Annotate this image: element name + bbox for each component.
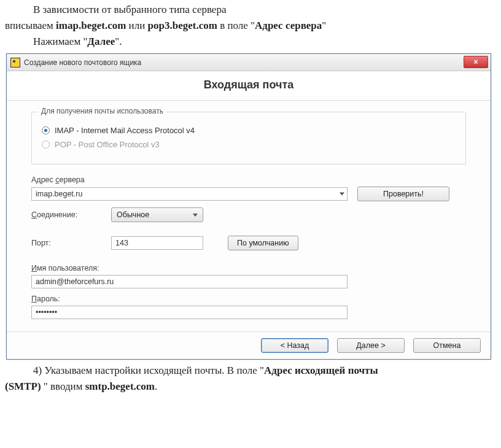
- username-label: Имя пользователя:: [31, 264, 466, 272]
- connection-label: Соединение:: [31, 210, 111, 219]
- radio-imap[interactable]: IMAP - Internet Mail Access Protocol v4: [42, 126, 456, 135]
- chevron-down-icon: [340, 193, 344, 196]
- port-row: Порт: 143 По умолчанию: [31, 236, 466, 250]
- next-button[interactable]: Далее >: [337, 338, 405, 353]
- radio-pop-label: POP - Post Office Protocol v3: [55, 140, 160, 149]
- protocol-fieldset: Для получения почты использовать IMAP - …: [31, 112, 466, 164]
- default-port-button[interactable]: По умолчанию: [228, 236, 298, 250]
- page-header: Входящая почта: [7, 71, 491, 101]
- doc-line1: В зависимости от выбранного типа сервера: [33, 4, 226, 15]
- password-label: Пароль:: [31, 295, 466, 303]
- close-button[interactable]: ×: [464, 56, 488, 68]
- radio-pop[interactable]: POP - Post Office Protocol v3: [42, 140, 456, 149]
- form-area: Для получения почты использовать IMAP - …: [7, 101, 491, 331]
- page-title: Входящая почта: [7, 79, 491, 91]
- chevron-down-icon: [193, 214, 198, 217]
- radio-pop-icon: [42, 141, 50, 149]
- doc-instructions-below: 4) Указываем настройки исходящей почты. …: [0, 363, 501, 394]
- port-label: Порт:: [31, 239, 111, 247]
- back-button[interactable]: < Назад: [261, 338, 328, 353]
- radio-imap-icon: [42, 126, 50, 134]
- username-block: Имя пользователя: admin@theforcefurs.ru: [31, 264, 466, 288]
- connection-value: Обычное: [117, 210, 149, 219]
- password-block: Пароль: ••••••••: [31, 295, 466, 319]
- password-input[interactable]: ••••••••: [31, 306, 348, 319]
- server-address-value: imap.beget.ru: [36, 188, 82, 200]
- radio-imap-label: IMAP - Internet Mail Access Protocol v4: [55, 126, 195, 135]
- connection-select[interactable]: Обычное: [111, 207, 203, 222]
- protocol-legend: Для получения почты использовать: [38, 107, 166, 115]
- button-bar: < Назад Далее > Отмена: [7, 331, 491, 359]
- mail-setup-window: Создание нового почтового ящика × Входящ…: [6, 53, 491, 360]
- titlebar: Создание нового почтового ящика ×: [7, 54, 491, 71]
- server-label: Адрес сервера: [31, 176, 466, 184]
- port-input[interactable]: 143: [111, 236, 203, 250]
- check-button[interactable]: Проверить!: [357, 187, 449, 201]
- app-icon: [10, 58, 20, 68]
- doc-instructions-above: В зависимости от выбранного типа сервера…: [0, 2, 501, 48]
- window-title: Создание нового почтового ящика: [24, 58, 141, 67]
- connection-row: Соединение: Обычное: [31, 207, 466, 222]
- username-input[interactable]: admin@theforcefurs.ru: [31, 275, 348, 288]
- server-address-combo[interactable]: imap.beget.ru: [31, 187, 348, 201]
- cancel-button[interactable]: Отмена: [413, 338, 481, 353]
- server-block: Адрес сервера imap.beget.ru Проверить!: [31, 176, 466, 201]
